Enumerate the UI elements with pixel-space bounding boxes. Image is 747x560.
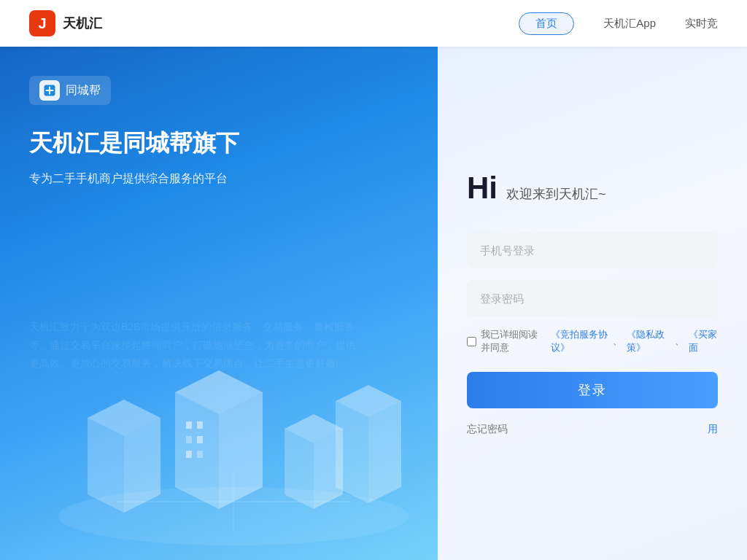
password-input[interactable]: [467, 280, 718, 316]
agreement-checkbox[interactable]: [467, 337, 476, 346]
brand-label: 同城帮: [66, 83, 101, 98]
right-panel: Hi 欢迎来到天机汇~ 我已详细阅读并同意 《竞拍服务协议》 、 《隐私政策》 …: [438, 47, 747, 560]
logo-icon: J: [29, 10, 55, 36]
greeting-text: 欢迎来到天机汇~: [506, 185, 606, 203]
left-title: 天机汇是同城帮旗下: [29, 127, 409, 160]
login-greeting: Hi 欢迎来到天机汇~: [467, 171, 718, 206]
city-svg: [44, 341, 423, 545]
logo-text: 天机汇: [63, 15, 102, 32]
register-link[interactable]: 用: [708, 423, 718, 436]
bottom-links: 忘记密码 用: [467, 423, 718, 436]
greeting-hi: Hi: [467, 171, 498, 206]
header: J 天机汇 首页 天机汇App 实时竞: [0, 0, 747, 47]
svg-marker-23: [368, 401, 401, 503]
nav-realtime[interactable]: 实时竞: [685, 17, 718, 31]
forgot-password-link[interactable]: 忘记密码: [467, 423, 508, 436]
svg-rect-10: [186, 451, 192, 458]
nav-home[interactable]: 首页: [519, 12, 574, 35]
agreement-link2[interactable]: 《隐私政策》: [627, 328, 670, 354]
login-button[interactable]: 登录: [467, 372, 718, 408]
phone-field-group: [467, 232, 718, 268]
svg-rect-11: [197, 451, 203, 458]
agreement-link3[interactable]: 《买家面: [689, 328, 718, 354]
agreement-sep2: 、: [675, 335, 684, 348]
svg-rect-9: [197, 436, 203, 443]
login-card: Hi 欢迎来到天机汇~ 我已详细阅读并同意 《竞拍服务协议》 、 《隐私政策》 …: [467, 171, 718, 436]
svg-rect-8: [186, 436, 192, 443]
svg-rect-7: [197, 421, 203, 429]
city-decoration: [0, 356, 438, 545]
svg-marker-22: [336, 401, 368, 503]
agreement-text: 我已详细阅读并同意: [481, 328, 546, 354]
left-subtitle: 专为二手手机商户提供综合服务的平台: [29, 171, 409, 187]
logo-area: J 天机汇: [29, 10, 102, 36]
nav-app[interactable]: 天机汇App: [603, 17, 656, 31]
password-field-group: [467, 280, 718, 316]
main-nav: 首页 天机汇App 实时竞: [519, 12, 718, 35]
agreement-row: 我已详细阅读并同意 《竞拍服务协议》 、 《隐私政策》 、 《买家面: [467, 328, 718, 354]
brand-badge: 同城帮: [29, 76, 111, 105]
phone-input[interactable]: [467, 232, 718, 268]
left-panel: 同城帮 天机汇是同城帮旗下 专为二手手机商户提供综合服务的平台: [0, 47, 438, 560]
svg-rect-6: [186, 421, 192, 429]
agreement-link1[interactable]: 《竞拍服务协议》: [551, 328, 609, 354]
brand-icon: [39, 80, 60, 101]
agreement-sep: 、: [613, 335, 622, 348]
main-content: 同城帮 天机汇是同城帮旗下 专为二手手机商户提供综合服务的平台: [0, 47, 747, 560]
